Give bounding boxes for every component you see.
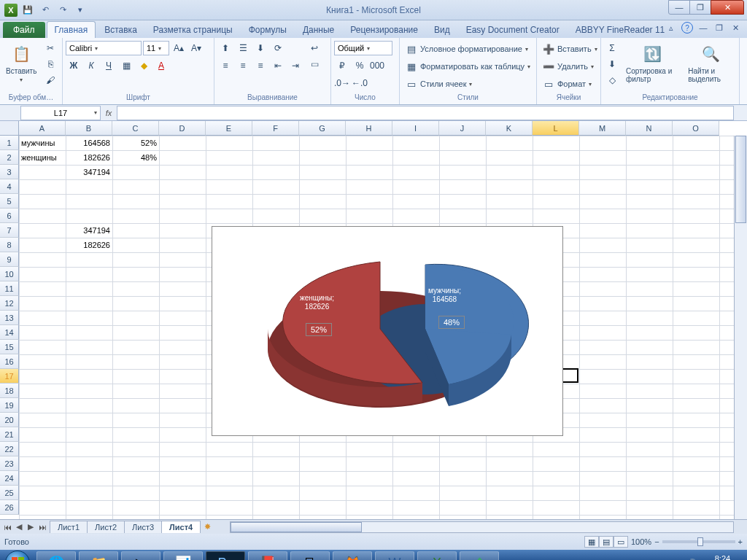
cell-c2[interactable]: 48% bbox=[112, 150, 159, 165]
row-header-24[interactable]: 24 bbox=[0, 471, 19, 486]
format-cells-button[interactable]: ▭Формат▾ bbox=[540, 76, 600, 92]
cell-b8[interactable]: 182626 bbox=[66, 238, 112, 252]
row-header-13[interactable]: 13 bbox=[0, 311, 19, 325]
tab-review[interactable]: Рецензирование bbox=[343, 22, 425, 38]
new-sheet-icon[interactable]: ✸ bbox=[200, 522, 215, 532]
help-icon[interactable]: ? bbox=[681, 22, 693, 34]
tab-formulas[interactable]: Формулы bbox=[241, 22, 294, 38]
task-dc-icon[interactable]: ✥ bbox=[460, 551, 499, 560]
font-size-combo[interactable]: 11▾ bbox=[143, 41, 169, 55]
col-header-b[interactable]: B bbox=[66, 121, 112, 136]
indent-inc-icon[interactable]: ⇥ bbox=[287, 58, 303, 73]
close-button[interactable]: ✕ bbox=[711, 0, 744, 15]
sheet-nav-prev-icon[interactable]: ◀ bbox=[13, 521, 25, 533]
maximize-button[interactable]: ❐ bbox=[689, 0, 711, 15]
cell-b1[interactable]: 164568 bbox=[66, 136, 112, 150]
row-header-9[interactable]: 9 bbox=[0, 252, 19, 267]
doc-minimize-icon[interactable]: — bbox=[697, 22, 709, 34]
percent-icon[interactable]: % bbox=[352, 58, 368, 73]
cell-a1[interactable]: мужчины bbox=[19, 136, 66, 150]
fill-icon[interactable]: ⬇ bbox=[604, 57, 620, 71]
dec-decimal-icon[interactable]: ←.0 bbox=[352, 76, 368, 90]
tab-data[interactable]: Данные bbox=[295, 22, 341, 38]
row-header-20[interactable]: 20 bbox=[0, 413, 19, 427]
doc-restore-icon[interactable]: ❐ bbox=[713, 22, 725, 34]
row-header-15[interactable]: 15 bbox=[0, 340, 19, 354]
sheet-nav-last-icon[interactable]: ⏭ bbox=[36, 521, 48, 533]
task-reader-icon[interactable]: 📕 bbox=[248, 551, 287, 560]
task-chart-icon[interactable]: 📊 bbox=[163, 551, 203, 560]
tab-insert[interactable]: Вставка bbox=[97, 22, 144, 38]
bold-button[interactable]: Ж bbox=[66, 58, 82, 73]
align-bottom-icon[interactable]: ⬇ bbox=[252, 41, 268, 55]
copy-icon[interactable]: ⎘ bbox=[42, 57, 58, 71]
row-header-12[interactable]: 12 bbox=[0, 296, 19, 311]
minimize-button[interactable]: — bbox=[668, 0, 690, 15]
cell-b3[interactable]: 347194 bbox=[66, 165, 112, 179]
task-media-icon[interactable]: ▶ bbox=[121, 551, 160, 560]
row-header-11[interactable]: 11 bbox=[0, 281, 19, 296]
name-box[interactable]: L17▾ bbox=[20, 106, 101, 120]
col-header-i[interactable]: I bbox=[392, 121, 439, 136]
file-tab[interactable]: Файл bbox=[3, 22, 45, 38]
indent-dec-icon[interactable]: ⇤ bbox=[270, 58, 286, 73]
cell-c1[interactable]: 52% bbox=[112, 136, 159, 150]
format-painter-icon[interactable]: 🖌 bbox=[42, 73, 58, 88]
col-header-h[interactable]: H bbox=[346, 121, 392, 136]
horizontal-scrollbar[interactable] bbox=[230, 521, 734, 533]
col-header-d[interactable]: D bbox=[159, 121, 206, 136]
task-excel-icon[interactable]: X bbox=[417, 551, 457, 560]
find-select-button[interactable]: 🔍Найти и выделить bbox=[685, 41, 736, 85]
row-header-8[interactable]: 8 bbox=[0, 238, 19, 252]
worksheet-grid[interactable]: ABCDEFGHIJKLMNO 123456789101112131415161… bbox=[0, 121, 747, 519]
underline-button[interactable]: Ч bbox=[101, 58, 117, 73]
col-header-a[interactable]: A bbox=[19, 121, 66, 136]
cell-b2[interactable]: 182626 bbox=[66, 150, 112, 165]
orientation-icon[interactable]: ⟳ bbox=[270, 41, 286, 55]
tray-clock[interactable]: 8:24 01.01.2002 bbox=[703, 554, 743, 560]
col-header-o[interactable]: O bbox=[673, 121, 719, 136]
minimize-ribbon-icon[interactable]: ▵ bbox=[665, 22, 677, 34]
task-word-icon[interactable]: W bbox=[375, 551, 414, 560]
format-table-button[interactable]: ▦Форматировать как таблицу▾ bbox=[403, 58, 533, 74]
row-header-16[interactable]: 16 bbox=[0, 354, 19, 369]
col-header-m[interactable]: M bbox=[579, 121, 626, 136]
col-header-j[interactable]: J bbox=[439, 121, 486, 136]
number-format-combo[interactable]: Общий▾ bbox=[334, 41, 392, 55]
tab-edc[interactable]: Easy Document Creator bbox=[459, 22, 567, 38]
autosum-icon[interactable]: Σ bbox=[604, 41, 620, 55]
fx-icon[interactable]: fx bbox=[101, 109, 117, 117]
cut-icon[interactable]: ✂ bbox=[42, 41, 58, 55]
zoom-slider[interactable] bbox=[662, 540, 735, 543]
col-header-g[interactable]: G bbox=[299, 121, 346, 136]
row-header-3[interactable]: 3 bbox=[0, 165, 19, 179]
redo-icon[interactable]: ↷ bbox=[55, 3, 70, 18]
shrink-font-icon[interactable]: A▾ bbox=[188, 41, 204, 55]
sheet-tab-4[interactable]: Лист4 bbox=[161, 521, 201, 533]
row-header-23[interactable]: 23 bbox=[0, 456, 19, 471]
formula-input[interactable] bbox=[117, 106, 734, 120]
inc-decimal-icon[interactable]: .0→ bbox=[334, 76, 350, 90]
cond-format-button[interactable]: ▤Условное форматирование▾ bbox=[403, 41, 533, 57]
sheet-nav-first-icon[interactable]: ⏮ bbox=[1, 521, 13, 533]
row-header-19[interactable]: 19 bbox=[0, 398, 19, 413]
currency-icon[interactable]: ₽ bbox=[334, 58, 350, 73]
paste-button[interactable]: 📋 Вставить ▾ bbox=[3, 41, 39, 85]
delete-cells-button[interactable]: ➖Удалить▾ bbox=[540, 58, 600, 74]
font-color-button[interactable]: A bbox=[153, 58, 169, 73]
row-header-2[interactable]: 2 bbox=[0, 150, 19, 165]
qat-dropdown-icon[interactable]: ▾ bbox=[73, 3, 88, 18]
align-center-icon[interactable]: ≡ bbox=[235, 58, 251, 73]
row-header-4[interactable]: 4 bbox=[0, 179, 19, 194]
cell-styles-button[interactable]: ▭Стили ячеек▾ bbox=[403, 76, 533, 92]
row-header-6[interactable]: 6 bbox=[0, 209, 19, 223]
task-calc-icon[interactable]: 🖩 bbox=[290, 551, 330, 560]
row-header-1[interactable]: 1 bbox=[0, 136, 19, 150]
row-header-25[interactable]: 25 bbox=[0, 486, 19, 500]
row-header-22[interactable]: 22 bbox=[0, 442, 19, 456]
row-header-18[interactable]: 18 bbox=[0, 384, 19, 398]
sheet-tab-1[interactable]: Лист1 bbox=[50, 521, 88, 533]
zoom-in-icon[interactable]: + bbox=[738, 537, 743, 546]
sheet-nav-next-icon[interactable]: ▶ bbox=[25, 521, 36, 533]
view-layout-icon[interactable]: ▤ bbox=[599, 536, 614, 548]
